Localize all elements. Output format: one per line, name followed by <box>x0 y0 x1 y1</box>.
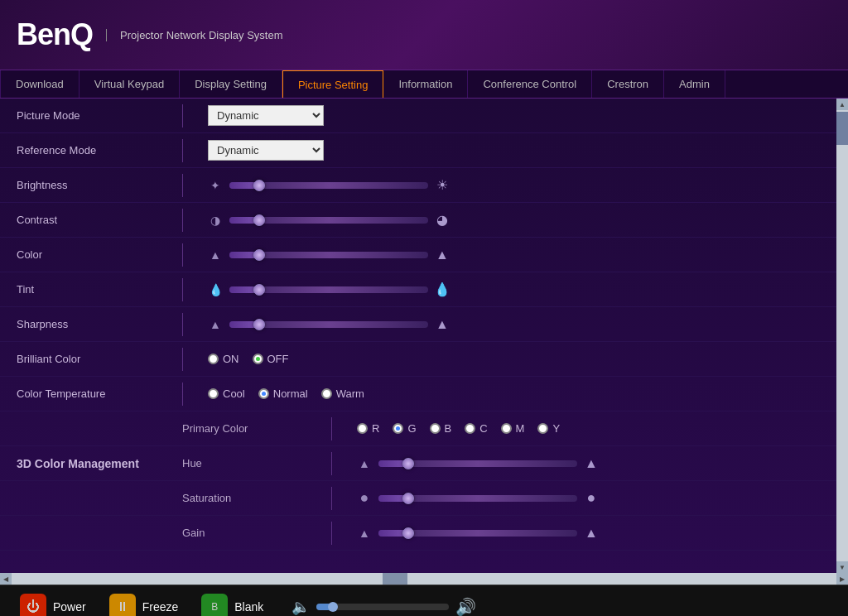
brightness-track[interactable] <box>229 182 428 189</box>
freeze-label: Freeze <box>142 600 179 614</box>
color-control: ▲ ▲ <box>208 248 831 262</box>
nav-virtual-keypad[interactable]: Virtual Keypad <box>80 70 180 98</box>
sharpness-min-icon: ▲ <box>208 317 223 332</box>
saturation-row: Saturation ● ● <box>0 481 848 516</box>
gain-min-icon: ▲ <box>357 526 372 541</box>
primary-color-row: Primary Color R G B <box>0 411 848 446</box>
gain-control: ▲ ▲ <box>357 526 831 541</box>
scroll-track[interactable] <box>12 573 836 585</box>
contrast-max-icon: ◕ <box>435 213 450 228</box>
nav-display-setting[interactable]: Display Setting <box>180 70 282 98</box>
scroll-thumb[interactable] <box>836 112 848 145</box>
hue-max-icon: ▲ <box>584 456 599 471</box>
brilliant-color-off[interactable]: OFF <box>253 353 289 365</box>
saturation-min-icon: ● <box>357 491 372 506</box>
settings-content[interactable]: Picture Mode Dynamic Presentation sRGB C… <box>0 99 848 573</box>
navigation: Download Virtual Keypad Display Setting … <box>0 70 848 99</box>
hue-slider-container: ▲ ▲ <box>357 456 831 471</box>
primary-b[interactable]: B <box>430 422 452 435</box>
scroll-up-arrow[interactable]: ▲ <box>836 99 848 110</box>
gain-sub-label: Gain <box>182 527 331 539</box>
brilliant-color-radio-group: ON OFF <box>208 353 289 365</box>
hue-row: 3D Color Management Hue ▲ ▲ <box>0 446 848 481</box>
scroll-left-arrow[interactable]: ◀ <box>0 573 12 585</box>
freeze-button[interactable]: ⏸ Freeze <box>98 594 190 617</box>
sharpness-row: Sharpness ▲ ▲ <box>0 307 848 342</box>
sharpness-control: ▲ ▲ <box>208 317 831 332</box>
contrast-row: Contrast ◑ ◕ <box>0 203 848 238</box>
primary-r-dot <box>357 423 368 434</box>
color-label: Color <box>17 248 182 261</box>
color-max-icon: ▲ <box>435 248 450 262</box>
volume-section: 🔈 🔊 <box>292 597 476 617</box>
color-min-icon: ▲ <box>208 248 223 262</box>
nav-crestron[interactable]: Crestron <box>592 70 664 98</box>
volume-slider[interactable] <box>316 604 449 610</box>
reference-mode-select[interactable]: Dynamic Presentation sRGB <box>208 140 324 161</box>
contrast-label: Contrast <box>17 214 182 226</box>
volume-high-icon: 🔊 <box>455 597 476 617</box>
nav-admin[interactable]: Admin <box>664 70 725 98</box>
horizontal-scrollbar[interactable]: ◀ ▶ <box>0 573 848 585</box>
primary-g[interactable]: G <box>393 422 416 435</box>
divider <box>182 174 183 197</box>
gain-track[interactable] <box>378 530 577 537</box>
brilliant-color-control: ON OFF <box>208 353 831 365</box>
temp-cool-label: Cool <box>223 387 245 400</box>
brightness-label: Brightness <box>17 179 182 191</box>
primary-y[interactable]: Y <box>537 422 560 435</box>
tint-max-icon: 💧 <box>435 282 450 297</box>
color-temperature-label: Color Temperature <box>17 387 182 400</box>
brightness-control: ✦ ☀ <box>208 178 831 193</box>
brilliant-color-on[interactable]: ON <box>208 353 239 365</box>
brilliant-color-on-dot <box>208 354 219 364</box>
picture-mode-select[interactable]: Dynamic Presentation sRGB Cinema <box>208 105 324 126</box>
brilliant-color-on-label: ON <box>223 353 239 365</box>
nav-picture-setting[interactable]: Picture Setting <box>282 70 384 98</box>
nav-information[interactable]: Information <box>383 70 468 98</box>
temp-normal[interactable]: Normal <box>258 387 308 400</box>
color-track[interactable] <box>229 252 428 258</box>
tint-control: 💧 💧 <box>208 282 831 297</box>
primary-c[interactable]: C <box>465 422 487 435</box>
primary-color-sub-label: Primary Color <box>182 422 331 435</box>
scroll-h-thumb <box>383 573 407 585</box>
brilliant-color-off-label: OFF <box>267 353 289 365</box>
contrast-slider-container: ◑ ◕ <box>208 213 831 228</box>
brightness-row: Brightness ✦ ☀ <box>0 168 848 203</box>
blank-button[interactable]: B Blank <box>190 594 275 617</box>
vertical-scrollbar[interactable]: ▲ ▼ <box>836 99 848 573</box>
color-slider-container: ▲ ▲ <box>208 248 831 262</box>
divider <box>331 487 332 510</box>
power-button[interactable]: ⏻ Power <box>8 594 98 617</box>
temp-cool[interactable]: Cool <box>208 387 245 400</box>
hue-control: ▲ ▲ <box>357 456 831 471</box>
primary-y-dot <box>537 423 548 434</box>
scroll-right-arrow[interactable]: ▶ <box>836 573 848 585</box>
saturation-slider-container: ● ● <box>357 491 831 506</box>
tint-track[interactable] <box>229 286 428 293</box>
primary-g-dot <box>393 423 403 434</box>
primary-m[interactable]: M <box>501 422 525 435</box>
scroll-down-arrow[interactable]: ▼ <box>836 561 848 573</box>
contrast-track[interactable] <box>229 217 428 224</box>
brilliant-color-off-dot <box>253 354 263 364</box>
nav-conference-control[interactable]: Conference Control <box>468 70 592 98</box>
color-temperature-row: Color Temperature Cool Normal Warm <box>0 377 848 411</box>
primary-r[interactable]: R <box>357 422 379 435</box>
picture-mode-row: Picture Mode Dynamic Presentation sRGB C… <box>0 99 848 133</box>
freeze-icon: ⏸ <box>109 594 136 617</box>
brilliant-color-row: Brilliant Color ON OFF <box>0 342 848 377</box>
primary-b-dot <box>430 423 441 434</box>
saturation-max-icon: ● <box>584 491 599 506</box>
hue-track[interactable] <box>378 460 577 467</box>
volume-low-icon: 🔈 <box>292 598 310 616</box>
nav-download[interactable]: Download <box>0 70 80 98</box>
contrast-control: ◑ ◕ <box>208 213 831 228</box>
divider <box>182 278 183 301</box>
saturation-track[interactable] <box>378 495 577 502</box>
hue-sub-label: Hue <box>182 457 331 469</box>
color-mgmt-main-label: 3D Color Management <box>17 457 139 470</box>
sharpness-track[interactable] <box>229 321 428 328</box>
temp-warm[interactable]: Warm <box>321 387 364 400</box>
